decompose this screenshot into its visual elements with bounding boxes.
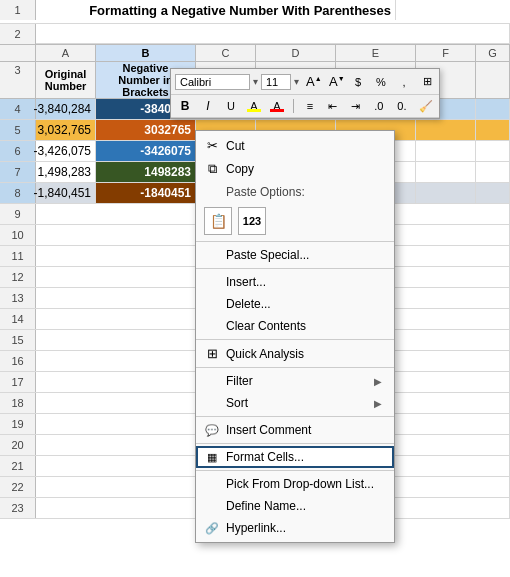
paste-icon-values[interactable]: 123 xyxy=(238,207,266,235)
cell-5b[interactable]: 3032765 xyxy=(96,120,196,140)
cell-4a[interactable]: -3,840,284 xyxy=(36,99,96,119)
col-header-e[interactable]: E xyxy=(336,45,416,61)
indent-decrease-btn[interactable]: ⇤ xyxy=(323,98,343,115)
row-num-10: 10 xyxy=(0,225,36,245)
menu-item-format-cells[interactable]: ▦ Format Cells... xyxy=(196,446,394,468)
cell-1a[interactable]: Formatting a Negative Number With Parent… xyxy=(36,0,396,20)
italic-btn[interactable]: I xyxy=(198,97,218,115)
separator-7 xyxy=(196,470,394,471)
row-num-2: 2 xyxy=(0,24,36,44)
cell-8f[interactable] xyxy=(416,183,476,203)
menu-item-sort[interactable]: Sort ▶ xyxy=(196,392,394,414)
menu-item-delete[interactable]: Delete... xyxy=(196,293,394,315)
borders-btn[interactable]: ⊞ xyxy=(417,73,437,90)
row-num-16: 16 xyxy=(0,351,36,371)
col-header-a[interactable]: A xyxy=(36,45,96,61)
sort-arrow-icon: ▶ xyxy=(374,398,382,409)
percent-btn[interactable]: % xyxy=(371,74,391,90)
toolbar-row1: ▾ ▾ A▲ A▼ $ % , ⊞ xyxy=(171,69,439,95)
row-num-8: 8 xyxy=(0,183,36,203)
row-num-23: 23 xyxy=(0,498,36,518)
menu-label-delete: Delete... xyxy=(226,297,382,311)
col-header-d[interactable]: D xyxy=(256,45,336,61)
row-num-22: 22 xyxy=(0,477,36,497)
comma-btn[interactable]: , xyxy=(394,74,414,90)
row-num-21: 21 xyxy=(0,456,36,476)
cell-7g[interactable] xyxy=(476,162,510,182)
menu-item-hyperlink[interactable]: 🔗 Hyperlink... xyxy=(196,517,394,539)
currency-btn[interactable]: $ xyxy=(348,74,368,90)
menu-label-insert-comment: Insert Comment xyxy=(226,423,382,437)
cell-5a[interactable]: 3,032,765 xyxy=(36,120,96,140)
cell-6b[interactable]: -3426075 xyxy=(96,141,196,161)
cell-6a[interactable]: -3,426,075 xyxy=(36,141,96,161)
context-menu: ✂ Cut ⧉ Copy Paste Options: 📋 123 Paste … xyxy=(195,130,395,543)
row-num-7: 7 xyxy=(0,162,36,182)
decimal-increase-btn[interactable]: .0 xyxy=(369,98,389,114)
increase-font-btn[interactable]: A▲ xyxy=(302,72,322,91)
clear-btn[interactable]: 🧹 xyxy=(415,98,435,115)
row-2: 2 xyxy=(0,24,510,44)
menu-item-pick-dropdown[interactable]: Pick From Drop-down List... xyxy=(196,473,394,495)
toolbar-row2: B I U A A ≡ ⇤ ⇥ .0 0. 🧹 xyxy=(171,95,439,118)
toolbar-separator xyxy=(293,99,294,113)
menu-item-cut[interactable]: ✂ Cut xyxy=(196,134,394,157)
menu-item-copy[interactable]: ⧉ Copy xyxy=(196,157,394,181)
font-name-dropdown-icon[interactable]: ▾ xyxy=(253,76,258,87)
bold-btn[interactable]: B xyxy=(175,97,195,115)
cell-4g[interactable] xyxy=(476,99,510,119)
row-num-9: 9 xyxy=(0,204,36,224)
row-num-15: 15 xyxy=(0,330,36,350)
menu-item-clear-contents[interactable]: Clear Contents xyxy=(196,315,394,337)
menu-item-quick-analysis[interactable]: ⊞ Quick Analysis xyxy=(196,342,394,365)
menu-label-quick-analysis: Quick Analysis xyxy=(226,347,382,361)
font-color-btn[interactable]: A xyxy=(267,98,287,114)
indent-increase-btn[interactable]: ⇥ xyxy=(346,98,366,115)
col-header-b[interactable]: B xyxy=(96,45,196,61)
cell-8g[interactable] xyxy=(476,183,510,203)
row-num-1: 1 xyxy=(0,0,36,20)
col-header-c[interactable]: C xyxy=(196,45,256,61)
row-num-4: 4 xyxy=(0,99,36,119)
row-num-13: 13 xyxy=(0,288,36,308)
cell-5g[interactable] xyxy=(476,120,510,140)
underline-btn[interactable]: U xyxy=(221,98,241,114)
font-size-input[interactable] xyxy=(261,74,291,90)
separator-3 xyxy=(196,339,394,340)
cell-6f[interactable] xyxy=(416,141,476,161)
align-left-btn[interactable]: ≡ xyxy=(300,98,320,114)
menu-item-insert[interactable]: Insert... xyxy=(196,271,394,293)
cell-7f[interactable] xyxy=(416,162,476,182)
col-header-f[interactable]: F xyxy=(416,45,476,61)
menu-label-hyperlink: Hyperlink... xyxy=(226,521,382,535)
menu-label-filter: Filter xyxy=(226,374,368,388)
copy-icon: ⧉ xyxy=(204,161,220,177)
cell-7a[interactable]: 1,498,283 xyxy=(36,162,96,182)
cell-6g[interactable] xyxy=(476,141,510,161)
menu-item-paste-special[interactable]: Paste Special... xyxy=(196,244,394,266)
decimal-decrease-btn[interactable]: 0. xyxy=(392,98,412,114)
cut-icon: ✂ xyxy=(204,138,220,153)
menu-label-paste-special: Paste Special... xyxy=(226,248,382,262)
cell-2a[interactable] xyxy=(36,24,510,44)
col-header-g[interactable]: G xyxy=(476,45,510,61)
menu-item-define-name[interactable]: Define Name... xyxy=(196,495,394,517)
cell-8a[interactable]: -1,840,451 xyxy=(36,183,96,203)
menu-label-sort: Sort xyxy=(226,396,368,410)
font-name-input[interactable] xyxy=(175,74,250,90)
menu-label-pick-dropdown: Pick From Drop-down List... xyxy=(226,477,382,491)
font-size-dropdown-icon[interactable]: ▾ xyxy=(294,76,299,87)
header-g xyxy=(476,62,510,98)
row-num-19: 19 xyxy=(0,414,36,434)
spreadsheet: 1 Formatting a Negative Number With Pare… xyxy=(0,0,510,577)
decrease-font-btn[interactable]: A▼ xyxy=(325,72,345,91)
cell-8b[interactable]: -1840451 xyxy=(96,183,196,203)
fill-color-btn[interactable]: A xyxy=(244,98,264,114)
separator-4 xyxy=(196,367,394,368)
cell-7b[interactable]: 1498283 xyxy=(96,162,196,182)
separator-5 xyxy=(196,416,394,417)
menu-item-insert-comment[interactable]: 💬 Insert Comment xyxy=(196,419,394,441)
paste-icon-clipboard[interactable]: 📋 xyxy=(204,207,232,235)
menu-item-filter[interactable]: Filter ▶ xyxy=(196,370,394,392)
cell-5f[interactable] xyxy=(416,120,476,140)
